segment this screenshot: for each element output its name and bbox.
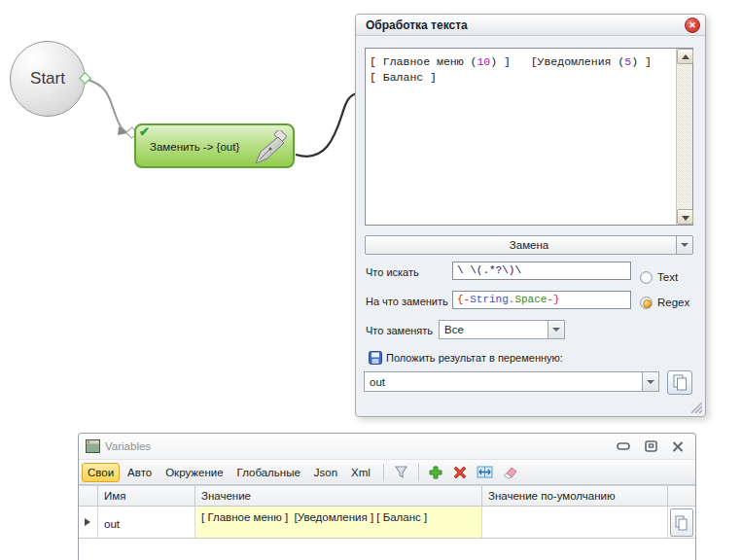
scope-select-button[interactable] [548,321,564,338]
scope-select[interactable]: Все [439,320,565,339]
fit-column-icon [477,465,493,479]
header-marker-cell [79,486,98,506]
clear-button[interactable] [501,464,517,480]
text-processing-dialog: Обработка текста ✕ [ Главное меню (10) ]… [355,14,706,417]
start-node[interactable]: Start [10,41,86,117]
variables-table: Имя Значение Значение по-умолчанию out [… [79,485,695,560]
start-node-label: Start [30,69,65,88]
text-line: [ Баланс ] [370,70,672,86]
replace-input[interactable]: {-String.Space-} [452,291,631,309]
radio-text[interactable] [640,271,653,284]
eraser-icon [501,465,517,479]
radio-text-label[interactable]: Text [657,271,678,283]
text-segment: ) ] [Уведомления ( [490,55,624,68]
variables-window: Variables СвоиАвтоОкружениеГлобальныеJso… [78,433,696,560]
maximize-button[interactable] [643,438,658,454]
chevron-down-icon [681,243,689,247]
cell-value[interactable]: [ Главное меню ] [Уведомления ] [ Баланс… [195,507,482,538]
mode-dropdown-button[interactable] [676,236,692,254]
row-marker-cell [79,507,98,538]
tab-окружение[interactable]: Окружение [159,463,229,482]
text-area[interactable]: [ Главное меню (10) ] [Уведомления (5) ]… [365,48,693,226]
search-input[interactable]: \ \(.*?\)\ [452,262,631,280]
text-segment: Space [514,294,547,305]
result-variable-value: out [370,376,385,388]
tab-свои[interactable]: Свои [82,463,120,482]
tab-авто[interactable]: Авто [122,463,158,482]
scroll-down-button[interactable] [677,209,693,225]
result-variable-dropdown-button[interactable] [642,372,658,391]
fit-column-button[interactable] [477,464,493,480]
close-icon [672,441,684,452]
header-default[interactable]: Значение по-умолчанию [482,486,668,506]
maximize-icon [645,440,657,452]
result-variable-combo[interactable]: out [364,371,659,392]
filter-button[interactable] [393,464,409,480]
save-to-variable-checkbox-icon[interactable] [369,351,382,365]
result-label: Положить результат в переменную: [386,352,563,364]
header-value[interactable]: Значение [195,486,482,506]
copy-icon [673,374,688,391]
table-header: Имя Значение Значение по-умолчанию [79,485,695,507]
plus-icon [428,465,443,480]
dialog-titlebar[interactable]: Обработка текста ✕ [356,15,705,36]
chevron-down-icon [552,328,560,332]
pen-icon [252,130,287,165]
action-node-label: Заменить -> {out} [150,141,239,153]
text-area-content: [ Главное меню (10) ] [Уведомления (5) ]… [370,54,672,223]
text-segment: [ Главное меню ( [370,55,477,68]
header-name[interactable]: Имя [98,486,195,506]
up-arrow-icon [682,54,689,59]
canvas: Start ✔ Заменить -> {out} Обработка текс… [0,0,742,560]
text-segment: ) ] [631,55,652,68]
variables-toolbar: СвоиАвтоОкружениеГлобальныеJsonXml [79,459,695,485]
toolbar-separator [418,464,419,481]
scroll-up-button[interactable] [677,49,693,64]
mode-dropdown[interactable]: Замена [365,235,693,255]
text-segment: -} [547,294,559,305]
delete-x-icon [452,465,468,480]
cell-name[interactable]: out [98,507,195,538]
tab-json[interactable]: Json [308,463,343,482]
dialog-title: Обработка текста [366,18,468,32]
cell-button [668,507,695,538]
tab-xml[interactable]: Xml [345,463,376,482]
row-marker-icon [85,518,90,526]
text-segment: [ Баланс ] [370,71,437,84]
header-button-cell [668,486,695,506]
dialog-close-button[interactable]: ✕ [685,18,700,33]
cell-default[interactable] [482,507,668,538]
filter-icon [394,465,408,479]
close-button[interactable] [670,438,686,454]
text-segment: String [470,294,509,305]
text-segment: {- [457,294,470,305]
delete-variable-button[interactable] [452,464,469,480]
radio-regex[interactable] [640,297,653,309]
chevron-down-icon [647,380,654,384]
radio-regex-label[interactable]: Regex [657,297,689,308]
tab-strip: СвоиАвтоОкружениеГлобальныеJsonXml [82,463,378,482]
minimize-button[interactable] [616,438,631,454]
action-node[interactable]: ✔ Заменить -> {out} [134,123,295,168]
copy-variable-button[interactable] [667,370,692,395]
scope-select-value: Все [444,324,464,335]
row-copy-button[interactable] [670,508,693,537]
success-check-icon: ✔ [139,124,150,139]
tab-глобальные[interactable]: Глобальные [231,463,306,482]
table-row[interactable]: out [ Главное меню ] [Уведомления ] [ Ба… [79,507,695,539]
search-label: Что искать [366,266,419,278]
variables-window-icon [86,439,100,453]
minimize-icon [617,442,630,450]
add-variable-button[interactable] [428,464,444,480]
text-segment: 10 [477,55,490,68]
resize-grip[interactable] [689,401,702,413]
replace-label: На что заменить [366,296,448,307]
variables-titlebar[interactable]: Variables [79,434,695,459]
vertical-scrollbar[interactable] [676,49,692,225]
mode-dropdown-value: Замена [366,236,692,254]
toolbar-separator [383,464,384,481]
text-line: [ Главное меню (10) ] [Уведомления (5) ] [370,54,672,70]
copy-icon [675,515,689,531]
variables-window-title: Variables [105,440,151,452]
down-arrow-icon [682,216,689,221]
